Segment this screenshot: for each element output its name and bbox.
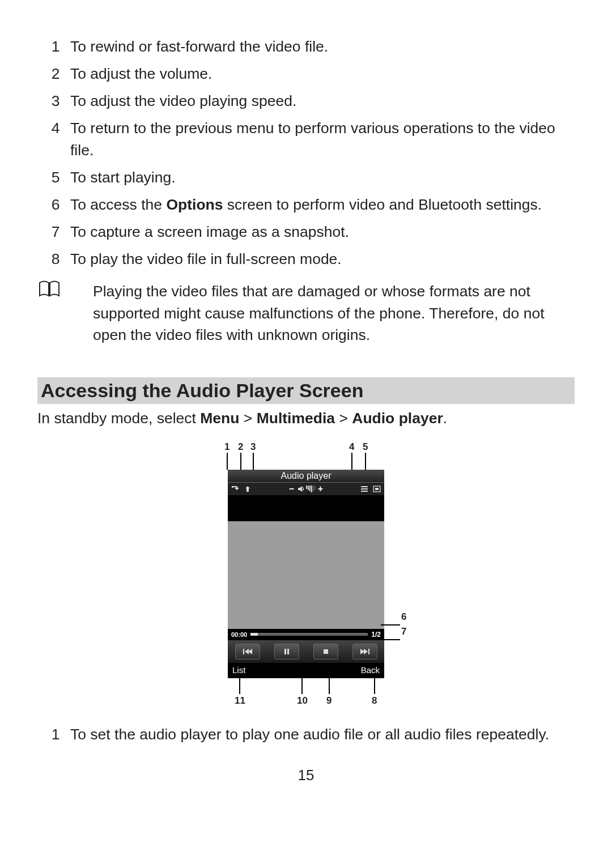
svg-rect-7 [284,649,286,654]
svg-rect-8 [287,649,289,654]
callout-top-lines [204,453,408,470]
callout-10: 10 [297,695,308,707]
phone-album-area [228,521,384,629]
item-text: To capture a screen image as a snapshot. [70,218,575,245]
svg-rect-6 [243,649,244,654]
svg-rect-10 [368,649,369,654]
item-text: To play the video file in full-screen mo… [70,245,575,273]
section-heading: Accessing the Audio Player Screen [37,377,575,404]
list-item: 5To start playing. [37,164,575,191]
speaker-icon [297,485,305,493]
callout-7: 7 [401,626,406,637]
callout-2: 2 [238,441,243,453]
callout-4: 4 [349,441,354,453]
callout-8: 8 [372,695,377,707]
audio-control-list: 1To set the audio player to play one aud… [37,721,575,747]
list-item: 7To capture a screen image as a snapshot… [37,218,575,245]
track-count: 1/2 [371,631,381,639]
phone-softkey-row: List Back [228,663,384,678]
phone-mockup: Audio player − [228,470,384,678]
note-block: Playing the video files that are damaged… [37,280,575,345]
callout-9: 9 [326,695,332,707]
next-button [352,644,377,659]
phone-black-band [228,495,384,521]
video-control-list: 1To rewind or fast-forward the video fil… [37,33,575,273]
item-number: 1 [37,33,70,60]
callout-bottom-lines [228,678,384,695]
item-number: 5 [37,164,70,191]
intro-pre: In standby mode, select [37,410,200,427]
svg-rect-2 [361,488,368,490]
list-item: 6To access the Options screen to perform… [37,191,575,218]
item-number: 7 [37,218,70,245]
svg-rect-5 [375,488,379,490]
item-text: To adjust the video playing speed. [70,87,575,114]
list-item: 3To adjust the video playing speed. [37,87,575,114]
list-item: 1To set the audio player to play one aud… [37,721,575,747]
prev-button [235,644,260,659]
volume-control: − + [255,484,357,494]
list-item: 8To play the video file in full-screen m… [37,245,575,273]
pause-button [274,644,299,659]
repeat-icon [230,484,240,494]
item-number: 6 [37,191,70,218]
document-page: 1To rewind or fast-forward the video fil… [0,0,612,784]
item-text: To return to the previous menu to perfor… [70,114,575,163]
softkey-left: List [232,665,245,675]
list-item: 4To return to the previous menu to perfo… [37,114,575,163]
volume-bars [306,486,316,492]
callout-bottom-labels: 11 10 9 8 [228,695,384,711]
phone-figure: 1 2 3 4 5 Audio player [37,433,575,711]
svg-rect-1 [361,486,368,487]
phone-title-bar: Audio player [228,470,384,483]
shuffle-icon [243,484,253,494]
item-text: To set the audio player to play one audi… [70,721,575,747]
callout-11: 11 [235,695,245,707]
note-text: Playing the video files that are damaged… [93,280,575,345]
svg-rect-9 [324,649,328,654]
item-number: 8 [37,245,70,273]
phone-icon-bar: − + [228,483,384,495]
stop-button [313,644,338,659]
list-item: 1To rewind or fast-forward the video fil… [37,33,575,60]
volume-minus-icon: − [288,484,296,494]
callout-3: 3 [250,441,256,453]
phone-progress-row: 00:00 1/2 [228,629,384,640]
item-number: 1 [37,721,70,747]
phone-control-row [228,640,384,663]
seek-bar [250,633,368,636]
list-icon [359,484,369,494]
callout-1: 1 [224,441,230,453]
settings-icon [372,484,382,494]
book-icon [37,280,93,345]
callout-top-labels: 1 2 3 4 5 [204,433,408,453]
list-item: 2To adjust the volume. [37,60,575,87]
intro-text: In standby mode, select Menu > Multimedi… [37,407,575,430]
volume-plus-icon: + [317,484,325,494]
item-text: To start playing. [70,164,575,191]
item-text: To adjust the volume. [70,60,575,87]
intro-multimedia: Multimedia [257,410,335,427]
item-text: To rewind or fast-forward the video file… [70,33,575,60]
intro-menu: Menu [200,410,239,427]
svg-rect-3 [361,491,368,492]
item-number: 3 [37,87,70,114]
intro-audio-player: Audio player [352,410,443,427]
time-elapsed: 00:00 [231,631,247,638]
item-text: To access the Options screen to perform … [70,191,575,218]
callout-5: 5 [363,441,368,453]
softkey-right: Back [361,665,380,675]
item-number: 2 [37,60,70,87]
item-number: 4 [37,114,70,163]
callout-6: 6 [401,611,406,623]
page-number: 15 [37,767,575,784]
